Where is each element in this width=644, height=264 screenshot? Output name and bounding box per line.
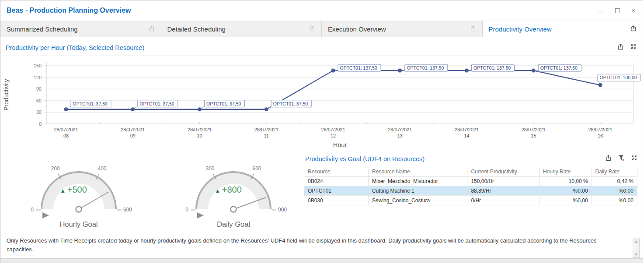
svg-text:28/07/2021: 28/07/2021 [321, 127, 345, 132]
svg-text:600: 600 [123, 207, 132, 213]
tab-label: Summarized Scheduling [7, 25, 78, 33]
table-row[interactable]: 0B030Sewing_Cosido_Costura0/Hr%0,00%0,00 [304, 196, 637, 205]
table-cell: 150,00/Hr [467, 176, 540, 186]
column-header[interactable]: Hourly Rate [540, 167, 592, 176]
svg-text:28/07/2021: 28/07/2021 [455, 127, 479, 132]
data-point-label: OPTCT01: 37,50 [71, 100, 111, 107]
table-cell: Sewing_Cosido_Costura [369, 196, 467, 205]
svg-text:150: 150 [34, 63, 42, 68]
table-cell: %0,00 [540, 186, 592, 196]
dashboard-note: Only Resources with Time Receipts create… [0, 236, 643, 253]
svg-text:x: x [622, 158, 624, 162]
svg-text:28/07/2021: 28/07/2021 [254, 127, 278, 132]
expand-icon[interactable] [631, 155, 637, 163]
svg-text:15: 15 [531, 133, 536, 138]
data-point[interactable] [331, 68, 335, 72]
table-row[interactable]: 0B024Mixer_Mezclado_Misturador150,00/Hr1… [304, 176, 637, 186]
data-point[interactable] [532, 68, 536, 72]
note-scrollbar[interactable]: ▲ ▼ [633, 238, 640, 258]
svg-text:OPTCT01: 137,50: OPTCT01: 137,50 [407, 65, 444, 70]
column-header[interactable]: Daily Rate [592, 167, 637, 176]
svg-text:28/07/2021: 28/07/2021 [388, 127, 412, 132]
panel-divider [4, 56, 639, 56]
tab-execution-overview[interactable]: Execution Overview [322, 21, 483, 37]
close-icon[interactable]: × [631, 7, 636, 14]
table-cell: %0,00 [540, 196, 592, 205]
table-header-row: ResourceResource NameCurrent Productivit… [304, 167, 637, 176]
svg-text:0: 0 [31, 207, 34, 213]
data-point-label: OPTCT01: 137,50 [538, 64, 581, 71]
data-point[interactable] [265, 107, 268, 111]
chart-panel-header: Productivity per Hour (Today, Selected R… [0, 37, 643, 56]
gauge-title: Daily Goal [217, 220, 250, 228]
expand-icon[interactable] [630, 43, 637, 52]
data-point-label: OPTCT01: 37,50 [271, 100, 311, 107]
data-point[interactable] [465, 68, 469, 72]
scroll-down-icon[interactable]: ▼ [633, 251, 639, 257]
tab-detailed-scheduling[interactable]: Detailed Scheduling [161, 21, 322, 37]
svg-text:120: 120 [34, 75, 42, 80]
svg-text:OPTCT01: 137,50: OPTCT01: 137,50 [340, 65, 377, 70]
svg-text:300: 300 [205, 165, 214, 172]
app-window: Beas - Production Planning Overview … × … [0, 0, 643, 263]
table-row[interactable]: OPTCT01Cutting Machine 188,89/Hr%0,00%0,… [304, 186, 637, 196]
export-icon[interactable] [148, 25, 155, 33]
svg-text:28/07/2021: 28/07/2021 [588, 127, 612, 132]
svg-text:400: 400 [97, 165, 106, 172]
data-point[interactable] [598, 83, 602, 87]
clear-filter-icon[interactable]: x [618, 154, 625, 163]
svg-text:0: 0 [185, 207, 188, 213]
export-icon[interactable] [470, 25, 477, 33]
svg-text:12: 12 [331, 133, 336, 138]
data-point[interactable] [198, 107, 202, 111]
window-title: Beas - Production Planning Overview [7, 7, 131, 14]
table-cell: %0,00 [592, 186, 637, 196]
svg-text:OPTCT01: 37,50: OPTCT01: 37,50 [273, 101, 308, 106]
data-point-label: OPTCT01: 137,50 [338, 64, 381, 71]
chart-panel-title: Productivity per Hour (Today, Selected R… [6, 44, 144, 51]
data-point-label: OPTCT01: 137,50 [405, 64, 448, 71]
svg-text:16: 16 [598, 133, 603, 138]
table-cell: Mixer_Mezclado_Misturador [369, 176, 467, 186]
productivity-line-chart[interactable]: 030609012015028/07/20210828/07/20210928/… [0, 57, 643, 150]
table-cell: Cutting Machine 1 [369, 186, 467, 196]
table-cell: 0,42 % [592, 176, 637, 186]
tab-productivity-overview[interactable]: Productivity Overview [483, 21, 643, 37]
svg-text:0: 0 [39, 121, 42, 127]
svg-text:OPTCT01: 37,50: OPTCT01: 37,50 [206, 101, 241, 106]
export-icon[interactable] [617, 43, 624, 52]
data-point[interactable] [64, 107, 68, 111]
export-icon[interactable] [630, 25, 637, 33]
table-cell: 10,00 % [540, 176, 592, 186]
tab-summarized-scheduling[interactable]: Summarized Scheduling [0, 21, 161, 37]
export-icon[interactable] [309, 25, 316, 33]
data-point[interactable] [398, 68, 402, 72]
hourly-goal-gauge: 0200400600▲ +500Hourly Goal [11, 156, 146, 229]
svg-text:Productivity: Productivity [3, 79, 10, 110]
svg-text:OPTCT01: 37,50: OPTCT01: 37,50 [73, 101, 108, 106]
table-panel-title: Productivity vs Goal (UDF4 on Resources) [305, 155, 425, 162]
column-header[interactable]: Resource Name [369, 167, 467, 176]
export-icon[interactable] [605, 154, 612, 163]
column-header[interactable]: Current Productivity [467, 167, 540, 176]
svg-text:28/07/2021: 28/07/2021 [54, 127, 78, 132]
tab-label: Detailed Scheduling [167, 25, 226, 33]
resource-table-body: 0B024Mixer_Mezclado_Misturador150,00/Hr1… [304, 176, 637, 205]
svg-text:90: 90 [36, 86, 42, 92]
resource-table: ResourceResource NameCurrent Productivit… [304, 167, 637, 205]
svg-text:28/07/2021: 28/07/2021 [522, 127, 546, 132]
svg-text:28/07/2021: 28/07/2021 [121, 127, 145, 132]
window-more-button[interactable]: … [597, 7, 604, 14]
table-panel: Productivity vs Goal (UDF4 on Resources)… [304, 151, 643, 229]
svg-text:Hour: Hour [333, 141, 347, 148]
column-header[interactable]: Resource [304, 167, 369, 176]
tab-bar: Summarized Scheduling Detailed Schedulin… [0, 21, 643, 37]
tab-label: Execution Overview [328, 25, 386, 33]
data-point[interactable] [131, 107, 135, 111]
maximize-icon[interactable] [615, 8, 620, 13]
scroll-up-icon[interactable]: ▲ [633, 238, 639, 244]
svg-text:OPTCT01: 37,50: OPTCT01: 37,50 [139, 101, 174, 106]
svg-text:14: 14 [464, 133, 469, 138]
table-cell: 88,89/Hr [467, 186, 540, 196]
gauge-title: Hourly Goal [59, 220, 97, 228]
